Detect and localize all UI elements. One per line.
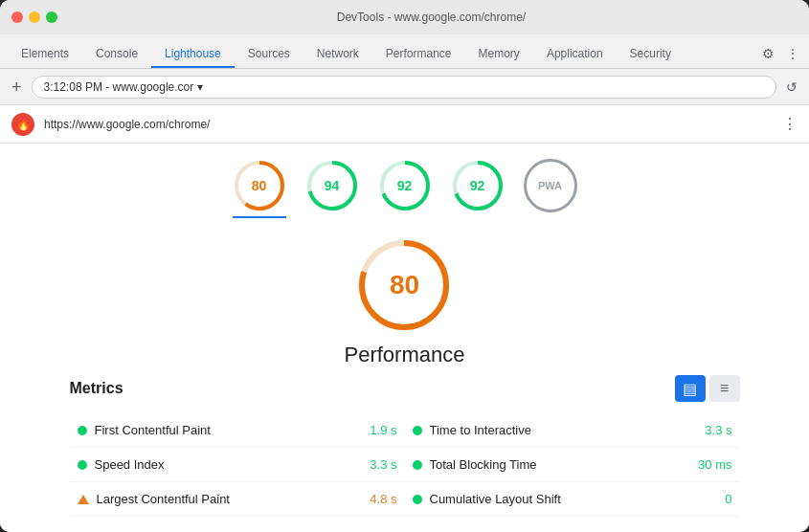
tab-sources[interactable]: Sources — [235, 41, 303, 68]
metric-value-fcp: 1.9 s — [370, 423, 396, 437]
address-input[interactable]: 3:12:08 PM - www.google.cor ▾ — [32, 76, 776, 99]
score-circle-80[interactable]: 80 — [233, 159, 286, 218]
title-bar: DevTools - www.google.com/chrome/ — [0, 0, 809, 34]
tab-application[interactable]: Application — [533, 41, 617, 68]
more-icon[interactable]: ⋮ — [784, 45, 801, 62]
window-title: DevTools - www.google.com/chrome/ — [65, 11, 798, 24]
score-circle-94[interactable]: 94 — [305, 159, 359, 218]
score-value-94: 94 — [325, 178, 340, 193]
metric-name-fcp: First Contentful Paint — [95, 423, 363, 437]
metric-name-lcp: Largest Contentful Paint — [97, 492, 363, 506]
metric-value-cls: 0 — [725, 492, 731, 506]
tab-console[interactable]: Console — [82, 41, 151, 68]
new-tab-button[interactable]: + — [11, 78, 22, 96]
browser-window: DevTools - www.google.com/chrome/ Elemen… — [0, 0, 809, 532]
main-content: 80 94 — [0, 144, 809, 532]
score-gauge-80: 80 — [233, 159, 286, 212]
tab-icons: ⚙ ⋮ — [759, 45, 801, 68]
metric-value-tbt: 30 ms — [698, 457, 731, 472]
big-score-gauge: 80 — [356, 237, 452, 333]
score-circles-row: 80 94 — [233, 159, 577, 218]
metrics-header: Metrics ▤ ≡ — [70, 375, 740, 402]
audit-url: https://www.google.com/chrome/ — [44, 118, 210, 131]
metric-name-si: Speed Index — [95, 457, 363, 472]
metric-row-tti: Time to Interactive 3.3 s — [405, 413, 740, 448]
metric-status-fcp — [78, 426, 87, 435]
metric-status-tti — [413, 426, 422, 435]
reload-button[interactable]: ↺ — [786, 79, 798, 95]
score-gauge-94: 94 — [305, 159, 359, 212]
tab-lighthouse[interactable]: Lighthouse — [151, 41, 235, 68]
metric-row-lcp: Largest Contentful Paint 4.8 s — [70, 482, 405, 517]
metric-value-si: 3.3 s — [370, 457, 396, 472]
metric-row-tbt: Total Blocking Time 30 ms — [405, 448, 740, 482]
score-gauge-92b: 92 — [451, 159, 505, 212]
active-indicator — [233, 216, 286, 218]
metric-row-si: Speed Index 3.3 s — [70, 448, 405, 482]
metrics-grid: First Contentful Paint 1.9 s Time to Int… — [70, 413, 740, 517]
metric-value-lcp: 4.8 s — [370, 492, 396, 506]
metrics-section: Metrics ▤ ≡ First Contentful Paint 1.9 s… — [70, 375, 740, 532]
metric-row-fcp: First Contentful Paint 1.9 s — [70, 413, 405, 448]
tab-network[interactable]: Network — [303, 41, 372, 68]
traffic-light-yellow[interactable] — [29, 11, 40, 23]
metric-status-tbt — [413, 460, 422, 470]
more-options-button[interactable]: ⋮ — [782, 115, 798, 133]
pwa-label: PWA — [538, 180, 562, 191]
pwa-badge: PWA — [524, 159, 577, 212]
metric-name-cls: Cumulative Layout Shift — [430, 492, 718, 506]
traffic-light-green[interactable] — [46, 11, 57, 23]
list-view-button[interactable]: ≡ — [709, 375, 740, 402]
metric-status-cls — [413, 495, 422, 504]
score-value-92a: 92 — [397, 178, 413, 193]
view-toggle: ▤ ≡ — [675, 375, 740, 402]
traffic-lights — [11, 11, 57, 23]
metric-name-tti: Time to Interactive — [430, 423, 698, 437]
metric-row-cls: Cumulative Layout Shift 0 — [405, 482, 740, 517]
score-circle-92b[interactable]: 92 — [451, 159, 505, 218]
traffic-light-red[interactable] — [11, 11, 23, 23]
metric-name-tbt: Total Blocking Time — [430, 457, 691, 472]
big-score-container: 80 Performance — [345, 237, 465, 367]
lighthouse-bar: 🔥 https://www.google.com/chrome/ ⋮ — [0, 105, 809, 144]
score-circle-92a[interactable]: 92 — [378, 159, 432, 218]
lighthouse-logo: 🔥 — [11, 113, 34, 136]
metric-value-tti: 3.3 s — [705, 423, 731, 437]
big-score-label: Performance — [345, 343, 465, 367]
metric-status-si — [78, 460, 87, 470]
score-gauge-92a: 92 — [378, 159, 432, 212]
metric-status-lcp — [78, 495, 89, 504]
score-value-92b: 92 — [470, 178, 485, 193]
footer-text: Values are estimated and may vary. The p… — [70, 528, 740, 532]
tab-bar: Elements Console Lighthouse Sources Netw… — [0, 34, 809, 69]
tab-memory[interactable]: Memory — [465, 41, 533, 68]
big-score-value: 80 — [390, 270, 419, 300]
tab-security[interactable]: Security — [617, 41, 685, 68]
grid-view-button[interactable]: ▤ — [675, 375, 706, 402]
score-value-80: 80 — [252, 178, 267, 193]
tab-elements[interactable]: Elements — [8, 41, 82, 68]
settings-icon[interactable]: ⚙ — [759, 45, 776, 62]
metrics-title: Metrics — [70, 380, 124, 397]
score-pwa[interactable]: PWA — [524, 159, 577, 218]
tab-performance[interactable]: Performance — [372, 41, 465, 68]
address-bar: + 3:12:08 PM - www.google.cor ▾ ↺ — [0, 69, 809, 105]
